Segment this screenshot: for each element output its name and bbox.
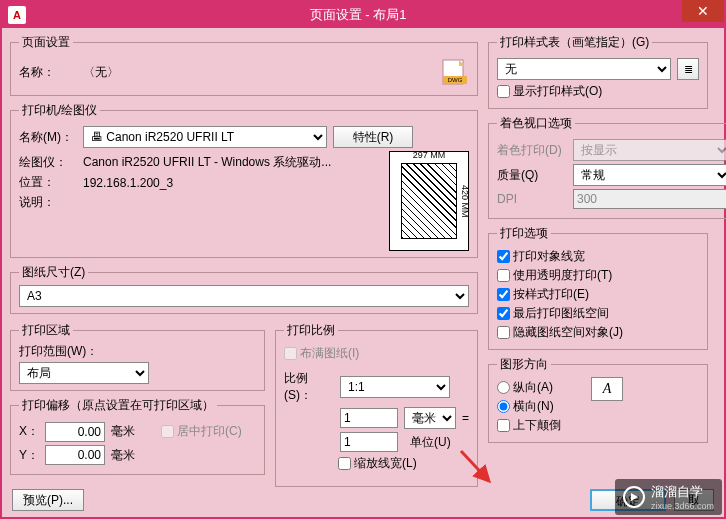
window-title: 页面设置 - 布局1 — [0, 6, 724, 24]
close-button[interactable]: ✕ — [682, 0, 724, 22]
paper-preview: 297 MM 420 MM — [389, 151, 469, 251]
watermark-brand: 溜溜自学 — [651, 483, 714, 501]
watermark: 溜溜自学 zixue.3d66.com — [615, 479, 722, 515]
options-legend: 打印选项 — [497, 225, 551, 242]
quality-label: 质量(Q) — [497, 167, 567, 184]
orientation-icon: A — [591, 377, 623, 401]
play-icon — [623, 486, 645, 508]
portrait-label: 纵向(A) — [513, 379, 553, 396]
offset-group: 打印偏移（原点设置在可打印区域） X： 毫米 居中打印(C) — [10, 397, 265, 475]
upside-checkbox[interactable] — [497, 419, 510, 432]
shade-label: 着色打印(D) — [497, 142, 567, 159]
ratio-select[interactable]: 1:1 — [340, 376, 450, 398]
scale-lw-label: 缩放线宽(L) — [354, 455, 417, 472]
landscape-radio[interactable] — [497, 400, 510, 413]
scale-legend: 打印比例 — [284, 322, 338, 339]
printer-group: 打印机/绘图仪 名称(M)： 🖶 Canon iR2520 UFRII LT d… — [10, 102, 478, 258]
x-unit: 毫米 — [111, 423, 135, 440]
opt-paper-label: 最后打印图纸空间 — [513, 305, 609, 322]
mm-unit-select[interactable]: 毫米 — [404, 407, 456, 429]
x-label: X： — [19, 423, 39, 440]
show-style-label: 显示打印样式(O) — [513, 83, 602, 100]
unit-label: 单位(U) — [410, 434, 451, 451]
mm-input[interactable] — [340, 408, 398, 428]
preview-width: 297 MM — [413, 150, 446, 160]
offset-legend: 打印偏移（原点设置在可打印区域） — [19, 397, 217, 414]
y-unit: 毫米 — [111, 447, 135, 464]
plot-area-legend: 打印区域 — [19, 322, 73, 339]
printer-name-label: 名称(M)： — [19, 129, 77, 146]
landscape-label: 横向(N) — [513, 398, 554, 415]
style-edit-icon[interactable]: ≣ — [677, 58, 699, 80]
opt-hide-checkbox[interactable] — [497, 326, 510, 339]
opt-hide-label: 隐藏图纸空间对象(J) — [513, 324, 623, 341]
opt-lw-label: 打印对象线宽 — [513, 248, 585, 265]
opt-lw-checkbox[interactable] — [497, 250, 510, 263]
orient-group: 图形方向 纵向(A) 横向(N) 上下颠倒 A — [488, 356, 708, 443]
scale-group: 打印比例 布满图纸(I) 比例(S)： 1:1 — [275, 322, 478, 487]
paper-size-legend: 图纸尺寸(Z) — [19, 264, 88, 281]
opt-paper-checkbox[interactable] — [497, 307, 510, 320]
page-setup-group: 页面设置 名称： 〈无〉 DWG — [10, 34, 478, 96]
center-checkbox — [161, 425, 174, 438]
style-select[interactable]: 无 — [497, 58, 671, 80]
ratio-label: 比例(S)： — [284, 370, 334, 404]
dpi-label: DPI — [497, 192, 567, 206]
y-input[interactable] — [45, 445, 105, 465]
unit-input[interactable] — [340, 432, 398, 452]
name-value: 〈无〉 — [83, 64, 119, 81]
opt-trans-checkbox[interactable] — [497, 269, 510, 282]
svg-text:DWG: DWG — [448, 77, 463, 83]
desc-label: 说明： — [19, 194, 77, 211]
portrait-radio[interactable] — [497, 381, 510, 394]
properties-button[interactable]: 特性(R) — [333, 126, 413, 148]
upside-label: 上下颠倒 — [513, 417, 561, 434]
range-label: 打印范围(W)： — [19, 343, 256, 360]
plot-area-group: 打印区域 打印范围(W)： 布局 — [10, 322, 265, 391]
plotter-value: Canon iR2520 UFRII LT - Windows 系统驱动... — [83, 154, 331, 171]
name-label: 名称： — [19, 64, 77, 81]
style-group: 打印样式表（画笔指定）(G) 无 ≣ 显示打印样式(O) — [488, 34, 708, 109]
scale-lw-checkbox[interactable] — [338, 457, 351, 470]
opt-trans-label: 使用透明度打印(T) — [513, 267, 612, 284]
fit-label: 布满图纸(I) — [300, 345, 359, 362]
center-label: 居中打印(C) — [177, 423, 242, 440]
watermark-url: zixue.3d66.com — [651, 501, 714, 511]
preview-button[interactable]: 预览(P)... — [12, 489, 84, 511]
location-value: 192.168.1.200_3 — [83, 176, 173, 190]
opt-style-checkbox[interactable] — [497, 288, 510, 301]
printer-select[interactable]: 🖶 Canon iR2520 UFRII LT — [83, 126, 327, 148]
y-label: Y： — [19, 447, 39, 464]
range-select[interactable]: 布局 — [19, 362, 149, 384]
x-input[interactable] — [45, 422, 105, 442]
dpi-input — [573, 189, 726, 209]
viewport-legend: 着色视口选项 — [497, 115, 575, 132]
location-label: 位置： — [19, 174, 77, 191]
style-legend: 打印样式表（画笔指定）(G) — [497, 34, 652, 51]
show-style-checkbox[interactable] — [497, 85, 510, 98]
paper-size-select[interactable]: A3 — [19, 285, 469, 307]
plotter-label: 绘图仪： — [19, 154, 77, 171]
page-setup-legend: 页面设置 — [19, 34, 73, 51]
orient-legend: 图形方向 — [497, 356, 551, 373]
opt-style-label: 按样式打印(E) — [513, 286, 589, 303]
quality-select[interactable]: 常规 — [573, 164, 726, 186]
equals: = — [462, 411, 469, 425]
preview-height: 420 MM — [460, 185, 470, 218]
paper-size-group: 图纸尺寸(Z) A3 — [10, 264, 478, 314]
viewport-group: 着色视口选项 着色打印(D) 按显示 质量(Q) 常规 D — [488, 115, 726, 219]
options-group: 打印选项 打印对象线宽 使用透明度打印(T) 按样式打印(E) 最后打印图纸空间… — [488, 225, 708, 350]
shade-select: 按显示 — [573, 139, 726, 161]
dwg-icon: DWG — [441, 58, 469, 86]
printer-legend: 打印机/绘图仪 — [19, 102, 100, 119]
fit-checkbox — [284, 347, 297, 360]
titlebar: A 页面设置 - 布局1 ✕ — [2, 2, 724, 28]
